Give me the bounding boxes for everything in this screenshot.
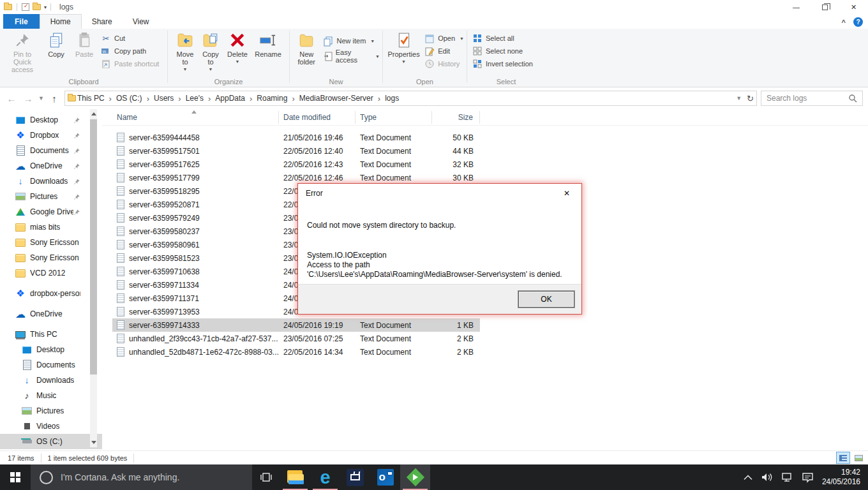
taskbar-tv-app-button[interactable] bbox=[340, 464, 370, 490]
new-item-button[interactable]: New item▼ bbox=[323, 36, 380, 46]
collapse-ribbon-icon[interactable]: ^ bbox=[842, 19, 846, 26]
qat-customize-chevron-icon[interactable]: ▾ bbox=[44, 4, 46, 10]
sidebar-item[interactable]: Desktop bbox=[0, 342, 102, 357]
ok-button[interactable]: OK bbox=[518, 291, 574, 308]
close-button[interactable]: ✕ bbox=[839, 0, 868, 14]
cut-button[interactable]: ✂Cut bbox=[101, 33, 159, 43]
copy-to-button[interactable]: Copy to▼ bbox=[198, 31, 223, 75]
properties-shortcut-icon[interactable] bbox=[22, 3, 29, 11]
address-dropdown-chevron-icon[interactable]: ▼ bbox=[736, 95, 742, 101]
sidebar-item[interactable]: OS (C:) bbox=[0, 434, 102, 449]
taskbar-file-explorer-button[interactable] bbox=[280, 464, 310, 490]
file-row[interactable]: server-63599517501 22/05/2016 12:40 Text… bbox=[112, 144, 480, 158]
select-all-button[interactable]: Select all bbox=[472, 33, 533, 43]
sidebar-item[interactable]: Videos bbox=[0, 419, 102, 434]
properties-button[interactable]: Properties▼ bbox=[385, 31, 422, 67]
scrollbar-thumb[interactable] bbox=[90, 119, 97, 375]
file-row[interactable]: server-63599444458 21/05/2016 19:46 Text… bbox=[112, 131, 480, 144]
recent-locations-chevron-icon[interactable]: ▼ bbox=[38, 95, 44, 101]
paste-button[interactable]: Paste bbox=[70, 31, 98, 59]
volume-icon[interactable] bbox=[761, 473, 773, 482]
open-button[interactable]: Open▼ bbox=[424, 33, 464, 43]
sidebar-item[interactable]: Downloads bbox=[0, 373, 102, 388]
copy-path-button[interactable]: W..Copy path bbox=[101, 46, 159, 56]
sidebar-item[interactable]: Sony Ericsson Xp bbox=[0, 250, 102, 265]
breadcrumb-segment[interactable]: Lee's› bbox=[186, 94, 216, 103]
refresh-icon[interactable]: ↻ bbox=[747, 94, 754, 103]
back-button[interactable]: ← bbox=[5, 93, 18, 104]
sidebar-item[interactable]: Documents bbox=[0, 143, 102, 158]
sidebar-item[interactable]: mias bits bbox=[0, 219, 102, 235]
sidebar-item[interactable]: OneDrive bbox=[0, 306, 102, 322]
sidebar-item[interactable]: Pictures bbox=[0, 403, 102, 419]
thumbnails-view-button[interactable] bbox=[851, 452, 865, 464]
tab-view[interactable]: View bbox=[123, 14, 160, 29]
breadcrumb-segment[interactable]: MediaBrowser-Server› bbox=[299, 94, 385, 103]
easy-access-button[interactable]: Easy access▼ bbox=[323, 48, 380, 64]
column-header-type[interactable]: Type bbox=[355, 111, 432, 124]
history-button[interactable]: History bbox=[424, 59, 464, 69]
edit-button[interactable]: Edit bbox=[424, 46, 464, 56]
new-folder-button[interactable]: New folder bbox=[292, 31, 320, 67]
invert-selection-button[interactable]: Invert selection bbox=[472, 59, 533, 69]
breadcrumb-segment[interactable]: logs› bbox=[385, 94, 399, 103]
pin-to-quick-access-button[interactable]: Pin to Quick access bbox=[3, 31, 42, 75]
tab-home[interactable]: Home bbox=[40, 14, 82, 29]
select-none-button[interactable]: Select none bbox=[472, 46, 533, 56]
action-center-icon[interactable] bbox=[802, 473, 813, 482]
breadcrumb-segment[interactable]: AppData› bbox=[215, 94, 257, 103]
tab-share[interactable]: Share bbox=[82, 14, 123, 29]
delete-button[interactable]: Delete▼ bbox=[223, 31, 251, 67]
breadcrumb-segment[interactable]: Users› bbox=[154, 94, 186, 103]
network-icon[interactable] bbox=[782, 473, 793, 482]
sidebar-item[interactable]: Desktop bbox=[0, 112, 102, 128]
sidebar-item[interactable]: Dropbox bbox=[0, 128, 102, 143]
breadcrumb-segment[interactable]: This PC› bbox=[77, 94, 116, 103]
help-icon[interactable]: ? bbox=[853, 17, 863, 27]
breadcrumb-segment[interactable]: Roaming› bbox=[257, 94, 299, 103]
taskbar-clock[interactable]: 19:42 24/05/2016 bbox=[822, 468, 860, 487]
column-header-size[interactable]: Size bbox=[432, 111, 480, 124]
task-view-button[interactable] bbox=[252, 464, 280, 490]
file-row[interactable]: server-63599517625 22/05/2016 12:43 Text… bbox=[112, 158, 480, 171]
sidebar-item[interactable]: Documents bbox=[0, 357, 102, 373]
sidebar-item[interactable]: Music bbox=[0, 388, 102, 403]
sidebar-item[interactable]: This PC bbox=[0, 327, 102, 342]
breadcrumb-segment[interactable]: OS (C:)› bbox=[116, 94, 154, 103]
tab-file[interactable]: File bbox=[3, 14, 40, 29]
paste-shortcut-button[interactable]: Paste shortcut bbox=[101, 59, 159, 69]
copy-button[interactable]: Copy bbox=[42, 31, 70, 59]
file-row[interactable]: server-63599517799 22/05/2016 12:46 Text… bbox=[112, 171, 480, 184]
scroll-up-icon[interactable] bbox=[91, 112, 96, 115]
minimize-button[interactable]: — bbox=[782, 0, 811, 14]
restore-button[interactable] bbox=[811, 0, 839, 14]
sidebar-scrollbar[interactable] bbox=[90, 109, 97, 447]
details-view-button[interactable] bbox=[836, 452, 850, 464]
move-to-button[interactable]: Move to▼ bbox=[172, 31, 198, 75]
up-button[interactable]: ↑ bbox=[48, 93, 61, 104]
scroll-down-icon[interactable] bbox=[91, 441, 96, 444]
sidebar-item[interactable]: Google Drive bbox=[0, 204, 102, 219]
file-row[interactable]: server-63599714333 24/05/2016 19:19 Text… bbox=[112, 318, 480, 332]
sidebar-item[interactable]: dropbox-personal bbox=[0, 286, 102, 301]
address-box[interactable]: This PC›OS (C:)›Users›Lee's›AppData›Roam… bbox=[64, 91, 757, 106]
taskbar-outlook-button[interactable]: o bbox=[370, 464, 400, 490]
dialog-close-icon[interactable]: ✕ bbox=[560, 188, 574, 199]
sidebar-item[interactable]: Downloads bbox=[0, 174, 102, 189]
sidebar-item[interactable]: VCD 2012 bbox=[0, 265, 102, 281]
taskbar-edge-button[interactable]: e bbox=[310, 464, 340, 490]
column-header-date-modified[interactable]: Date modified bbox=[279, 111, 355, 124]
forward-button[interactable]: → bbox=[22, 93, 34, 104]
start-button[interactable] bbox=[0, 464, 31, 490]
sidebar-item[interactable]: Pictures bbox=[0, 189, 102, 204]
new-folder-shortcut-icon[interactable] bbox=[33, 4, 41, 10]
file-row[interactable]: unhandled_2f39cc43-71cb-42a7-af27-537...… bbox=[112, 332, 480, 345]
file-row[interactable]: unhandled_52db4871-1e62-472c-8988-03... … bbox=[112, 345, 480, 359]
show-hidden-icons-chevron-icon[interactable] bbox=[744, 475, 752, 480]
taskbar-emby-button[interactable] bbox=[400, 464, 430, 490]
cortana-search-input[interactable]: I'm Cortana. Ask me anything. bbox=[31, 464, 252, 490]
sidebar-item[interactable]: Sony Ericsson Xp bbox=[0, 235, 102, 250]
search-input[interactable]: Search logs bbox=[761, 91, 863, 106]
rename-button[interactable]: Rename bbox=[251, 31, 285, 59]
sidebar-item[interactable]: OneDrive bbox=[0, 158, 102, 174]
